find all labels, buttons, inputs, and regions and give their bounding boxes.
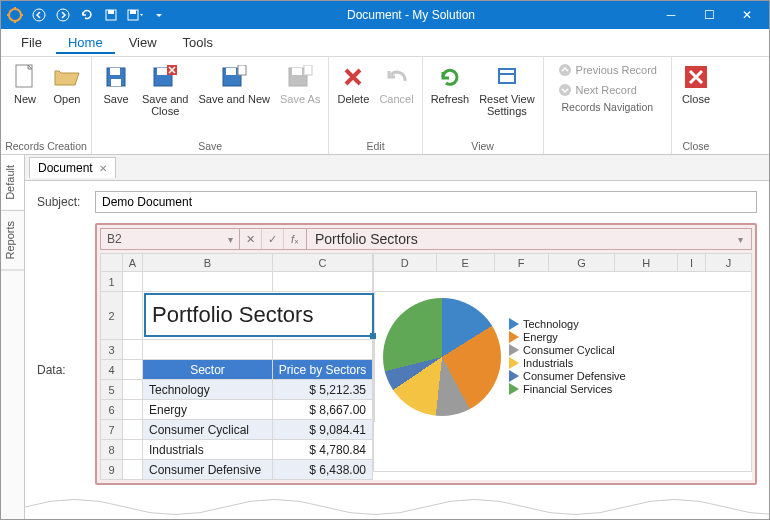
menu-bar: File Home View Tools bbox=[1, 29, 769, 57]
delete-button[interactable]: Delete bbox=[333, 61, 373, 107]
qat-back-icon[interactable] bbox=[29, 5, 49, 25]
col-header[interactable]: A bbox=[123, 254, 143, 272]
fx-function-icon[interactable]: fₓ bbox=[284, 229, 306, 249]
document-tab-bar: Document ✕ bbox=[25, 155, 769, 181]
cell-sector[interactable]: Consumer Defensive bbox=[143, 460, 273, 480]
app-icon[interactable] bbox=[5, 5, 25, 25]
qat-customize-icon[interactable] bbox=[149, 5, 169, 25]
row-header[interactable]: 2 bbox=[101, 292, 123, 340]
document-tab-close-icon[interactable]: ✕ bbox=[99, 163, 107, 174]
name-box[interactable]: B2 ▾ bbox=[100, 228, 240, 250]
col-header[interactable]: F bbox=[494, 254, 548, 272]
col-header[interactable]: E bbox=[436, 254, 494, 272]
row-header[interactable]: 8 bbox=[101, 440, 123, 460]
quick-access-toolbar bbox=[5, 5, 169, 25]
select-all-cell[interactable] bbox=[101, 254, 123, 272]
save-and-close-button[interactable]: Save and Close bbox=[138, 61, 192, 119]
minimize-button[interactable]: ─ bbox=[653, 4, 689, 26]
spreadsheet-grid-right[interactable]: D E F G H I J bbox=[373, 253, 752, 472]
refresh-icon bbox=[436, 63, 464, 91]
open-button[interactable]: Open bbox=[47, 61, 87, 107]
window-controls: ─ ☐ ✕ bbox=[653, 4, 765, 26]
col-header[interactable]: I bbox=[677, 254, 705, 272]
svg-rect-22 bbox=[292, 68, 302, 75]
formula-input[interactable]: Portfolio Sectors ▾ bbox=[307, 228, 752, 250]
pie-chart[interactable]: Technology Energy Consumer Cyclical Indu… bbox=[374, 292, 751, 422]
col-header[interactable]: H bbox=[615, 254, 678, 272]
fx-cancel-icon[interactable]: ✕ bbox=[240, 229, 262, 249]
fx-accept-icon[interactable]: ✓ bbox=[262, 229, 284, 249]
document-tab[interactable]: Document ✕ bbox=[29, 157, 116, 178]
qat-save-dropdown-icon[interactable] bbox=[125, 5, 145, 25]
chart-legend: Technology Energy Consumer Cyclical Indu… bbox=[509, 318, 626, 396]
table-header-price[interactable]: Price by Sectors bbox=[273, 360, 373, 380]
ribbon-group-view: Refresh Reset View Settings View bbox=[423, 57, 544, 154]
data-label: Data: bbox=[37, 223, 87, 485]
side-tab-reports[interactable]: Reports bbox=[1, 211, 24, 271]
col-header[interactable]: D bbox=[374, 254, 437, 272]
fill-handle[interactable] bbox=[370, 333, 376, 339]
row-header[interactable]: 6 bbox=[101, 400, 123, 420]
col-header[interactable]: G bbox=[548, 254, 615, 272]
cell-sector[interactable]: Industrials bbox=[143, 440, 273, 460]
svg-point-26 bbox=[559, 84, 571, 96]
menu-file[interactable]: File bbox=[9, 31, 54, 54]
subject-input[interactable] bbox=[95, 191, 757, 213]
new-button[interactable]: New bbox=[5, 61, 45, 107]
svg-rect-20 bbox=[238, 65, 246, 75]
title-bar: Document - My Solution ─ ☐ ✕ bbox=[1, 1, 769, 29]
row-header[interactable]: 5 bbox=[101, 380, 123, 400]
table-header-sector[interactable]: Sector bbox=[143, 360, 273, 380]
spreadsheet-grid[interactable]: A B C 1 2 Portfolio Sectors bbox=[100, 253, 373, 480]
cell-price[interactable]: $ 8,667.00 bbox=[273, 400, 373, 420]
formula-expand-icon[interactable]: ▾ bbox=[738, 234, 743, 245]
save-button[interactable]: Save bbox=[96, 61, 136, 107]
row-header[interactable]: 9 bbox=[101, 460, 123, 480]
menu-view[interactable]: View bbox=[117, 31, 169, 54]
cell-sector[interactable]: Technology bbox=[143, 380, 273, 400]
row-header[interactable]: 7 bbox=[101, 420, 123, 440]
cell-sector[interactable]: Consumer Cyclical bbox=[143, 420, 273, 440]
ribbon-group-records-creation: New Open Records Creation bbox=[1, 57, 92, 154]
side-tab-default[interactable]: Default bbox=[1, 155, 24, 211]
reset-view-button[interactable]: Reset View Settings bbox=[475, 61, 538, 119]
col-header[interactable]: J bbox=[706, 254, 752, 272]
svg-rect-24 bbox=[499, 69, 515, 83]
save-and-new-button[interactable]: Save and New bbox=[194, 61, 274, 107]
row-header[interactable]: 3 bbox=[101, 340, 123, 360]
close-icon bbox=[682, 63, 710, 91]
menu-home[interactable]: Home bbox=[56, 31, 115, 54]
ribbon-group-close: Close Close bbox=[672, 57, 720, 154]
refresh-button[interactable]: Refresh bbox=[427, 61, 474, 107]
cell-price[interactable]: $ 4,780.84 bbox=[273, 440, 373, 460]
col-header[interactable]: C bbox=[273, 254, 373, 272]
legend-item: Consumer Defensive bbox=[509, 370, 626, 382]
qat-save-icon[interactable] bbox=[101, 5, 121, 25]
selected-cell[interactable]: Portfolio Sectors bbox=[144, 293, 374, 337]
legend-item: Industrials bbox=[509, 357, 626, 369]
cell-price[interactable]: $ 5,212.35 bbox=[273, 380, 373, 400]
row-header[interactable]: 1 bbox=[101, 272, 123, 292]
row-header[interactable]: 4 bbox=[101, 360, 123, 380]
new-document-icon bbox=[11, 63, 39, 91]
svg-rect-13 bbox=[110, 68, 120, 75]
reset-view-icon bbox=[493, 63, 521, 91]
save-as-button[interactable]: Save As bbox=[276, 61, 324, 107]
cancel-button[interactable]: Cancel bbox=[375, 61, 417, 107]
cell-sector[interactable]: Energy bbox=[143, 400, 273, 420]
close-button[interactable]: Close bbox=[676, 61, 716, 107]
legend-swatch-icon bbox=[509, 370, 519, 382]
svg-point-5 bbox=[33, 9, 45, 21]
qat-refresh-icon[interactable] bbox=[77, 5, 97, 25]
ribbon-group-edit: Delete Cancel Edit bbox=[329, 57, 422, 154]
maximize-button[interactable]: ☐ bbox=[691, 4, 727, 26]
name-box-dropdown-icon[interactable]: ▾ bbox=[228, 234, 233, 245]
close-window-button[interactable]: ✕ bbox=[729, 4, 765, 26]
cell-price[interactable]: $ 9,084.41 bbox=[273, 420, 373, 440]
menu-tools[interactable]: Tools bbox=[171, 31, 225, 54]
save-new-icon bbox=[220, 63, 248, 91]
cell-price[interactable]: $ 6,438.00 bbox=[273, 460, 373, 480]
col-header[interactable]: B bbox=[143, 254, 273, 272]
arrow-down-icon bbox=[558, 83, 572, 97]
qat-forward-icon[interactable] bbox=[53, 5, 73, 25]
